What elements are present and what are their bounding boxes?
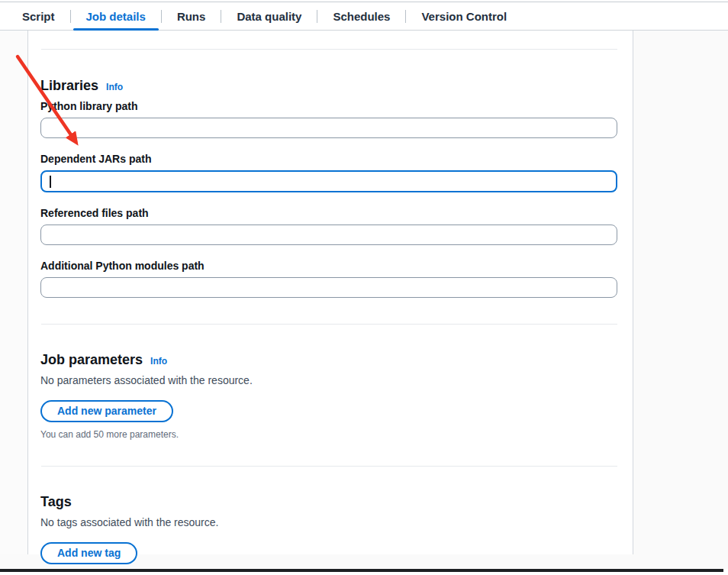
additional-python-modules-path-label: Additional Python modules path: [40, 260, 617, 273]
tab-job-details[interactable]: Job details: [71, 2, 161, 30]
section-divider: [41, 466, 617, 467]
libraries-title: Libraries: [40, 78, 98, 93]
section-divider: [41, 324, 617, 325]
python-library-path-label: Python library path: [40, 100, 617, 113]
dependent-jars-path-input[interactable]: [40, 170, 617, 192]
job-parameters-section-header: Job parameters Info: [40, 352, 617, 367]
tags-empty-text: No tags associated with the resource.: [40, 515, 617, 529]
referenced-files-path-label: Referenced files path: [40, 207, 617, 220]
tab-runs[interactable]: Runs: [162, 2, 221, 30]
add-new-tag-button[interactable]: Add new tag: [40, 542, 137, 564]
python-library-path-input[interactable]: [40, 118, 617, 138]
left-gutter: [0, 31, 28, 554]
libraries-section-header: Libraries Info: [40, 78, 617, 93]
add-new-parameter-button[interactable]: Add new parameter: [40, 400, 173, 422]
section-divider: [41, 49, 617, 50]
job-details-content: Libraries Info Python library path Depen…: [0, 31, 728, 554]
referenced-files-path-input[interactable]: [40, 225, 617, 245]
text-cursor: [50, 176, 51, 188]
job-tab-bar: Script Job details Runs Data quality Sch…: [0, 2, 728, 31]
job-parameters-empty-text: No parameters associated with the resour…: [40, 373, 617, 387]
right-gutter: [633, 31, 728, 554]
job-details-panel: Libraries Info Python library path Depen…: [28, 31, 633, 554]
tags-section-header: Tags: [40, 494, 617, 509]
tab-schedules[interactable]: Schedules: [317, 2, 405, 30]
libraries-info-link[interactable]: Info: [106, 82, 123, 92]
tags-title: Tags: [40, 494, 72, 509]
window-bottom-edge: [0, 569, 723, 572]
additional-python-modules-path-input[interactable]: [40, 277, 617, 298]
job-parameters-info-link[interactable]: Info: [150, 356, 167, 367]
job-parameters-title: Job parameters: [40, 352, 143, 367]
dependent-jars-path-label: Dependent JARs path: [40, 153, 617, 166]
tab-data-quality[interactable]: Data quality: [221, 2, 317, 30]
tab-script[interactable]: Script: [7, 2, 70, 30]
tab-version-control[interactable]: Version Control: [406, 2, 522, 30]
job-parameters-hint: You can add 50 more parameters.: [40, 429, 617, 440]
